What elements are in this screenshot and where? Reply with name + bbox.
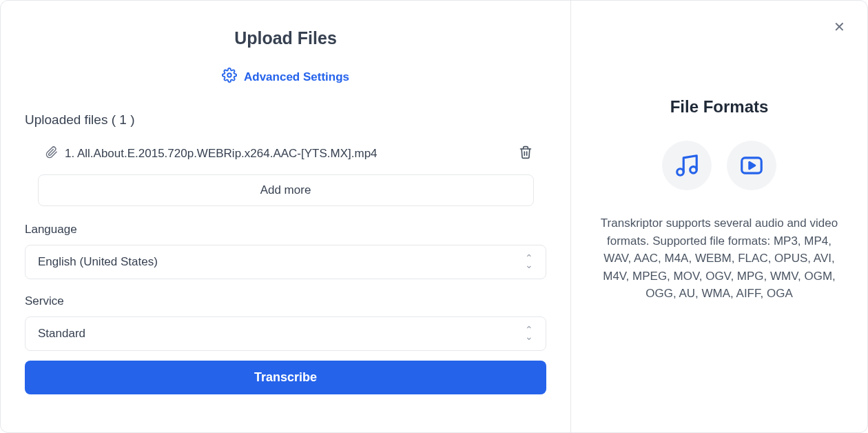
transcribe-button[interactable]: Transcribe xyxy=(25,361,546,394)
svg-point-0 xyxy=(227,73,231,77)
service-select[interactable]: Standard ⌃⌄ xyxy=(25,316,546,351)
close-button[interactable]: ✕ xyxy=(834,20,845,34)
advanced-settings-link[interactable]: Advanced Settings xyxy=(25,68,546,86)
chevron-updown-icon: ⌃⌄ xyxy=(525,327,533,341)
language-value: English (United States) xyxy=(38,255,158,269)
play-icon xyxy=(738,152,765,179)
file-formats-title: File Formats xyxy=(592,97,847,117)
add-more-button[interactable]: Add more xyxy=(38,174,534,206)
format-icons xyxy=(592,141,847,190)
language-label: Language xyxy=(25,223,546,236)
svg-point-2 xyxy=(690,167,697,174)
audio-format-icon xyxy=(662,141,712,190)
file-row: 1. All.About.E.2015.720p.WEBRip.x264.AAC… xyxy=(25,145,546,162)
file-formats-description: Transkriptor supports several audio and … xyxy=(592,214,847,303)
music-icon xyxy=(674,152,700,179)
video-format-icon xyxy=(727,141,776,190)
uploaded-files-label: Uploaded files ( 1 ) xyxy=(25,112,546,128)
main-panel: Upload Files Advanced Settings Uploaded … xyxy=(1,1,571,432)
svg-point-1 xyxy=(677,169,684,176)
file-item: 1. All.About.E.2015.720p.WEBRip.x264.AAC… xyxy=(45,146,378,162)
advanced-settings-label: Advanced Settings xyxy=(244,70,349,84)
upload-dialog: Upload Files Advanced Settings Uploaded … xyxy=(0,0,868,433)
trash-icon xyxy=(519,145,533,159)
page-title: Upload Files xyxy=(25,28,546,48)
chevron-updown-icon: ⌃⌄ xyxy=(525,255,533,269)
service-label: Service xyxy=(25,294,546,308)
svg-marker-4 xyxy=(750,162,755,169)
close-icon: ✕ xyxy=(834,19,845,34)
attachment-icon xyxy=(45,146,58,162)
delete-file-button[interactable] xyxy=(519,145,533,162)
language-select[interactable]: English (United States) ⌃⌄ xyxy=(25,245,546,279)
file-name: 1. All.About.E.2015.720p.WEBRip.x264.AAC… xyxy=(65,147,378,161)
service-value: Standard xyxy=(38,327,85,341)
info-sidebar: ✕ File Formats Transkriptor supports sev… xyxy=(571,1,867,432)
gear-icon xyxy=(222,68,237,86)
